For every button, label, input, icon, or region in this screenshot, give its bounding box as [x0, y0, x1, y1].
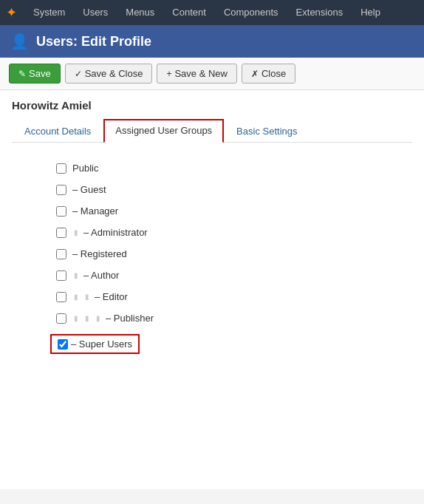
editor-checkbox[interactable] [56, 292, 66, 302]
indent-dots: ▮ [74, 293, 79, 301]
user-name: Horowitz Amiel [12, 99, 412, 112]
nav-menu: System Users Menus Content Components Ex… [24, 0, 389, 25]
list-item: Public [56, 157, 412, 179]
nav-components[interactable]: Components [215, 0, 287, 25]
list-item: – Super Users [56, 329, 412, 359]
tab-basic-settings[interactable]: Basic Settings [224, 119, 310, 143]
list-item: ▮ ▮ – Editor [56, 286, 412, 307]
plus-icon: + [166, 69, 171, 79]
list-item: ▮ ▮ ▮ – Publisher [56, 307, 412, 329]
tab-assigned-user-groups[interactable]: Assigned User Groups [103, 119, 224, 143]
group-name-publisher: – Publisher [106, 313, 154, 324]
top-navigation: ✦ System Users Menus Content Components … [0, 0, 424, 25]
manager-checkbox[interactable] [56, 206, 66, 217]
save-new-button[interactable]: + Save & New [157, 64, 237, 84]
group-name-manager: – Manager [72, 205, 118, 217]
list-item: – Guest [56, 179, 412, 200]
list-item: – Registered [56, 243, 412, 265]
group-name-super-users: – Super Users [71, 338, 132, 350]
indent-dots-3: ▮ [96, 314, 101, 322]
indent-dots: ▮ [74, 271, 79, 279]
author-checkbox[interactable] [56, 270, 66, 281]
tab-bar: Account Details Assigned User Groups Bas… [12, 119, 412, 143]
list-item: ▮ – Author [56, 265, 412, 286]
save-icon: ✎ [18, 69, 26, 79]
close-icon: ✗ [251, 69, 259, 79]
guest-checkbox[interactable] [56, 185, 66, 195]
group-name-registered: – Registered [72, 248, 127, 259]
super-users-checkbox[interactable] [58, 339, 68, 350]
nav-users[interactable]: Users [74, 0, 117, 25]
nav-menus[interactable]: Menus [117, 0, 163, 25]
indent-dots-2: ▮ [85, 314, 90, 322]
registered-checkbox[interactable] [56, 249, 66, 259]
group-name-author: – Author [83, 270, 119, 281]
nav-content[interactable]: Content [163, 0, 215, 25]
checkmark-icon: ✓ [75, 69, 82, 79]
indent-dots: ▮ [74, 228, 79, 236]
super-users-highlight: – Super Users [50, 334, 140, 354]
save-new-label: Save & New [174, 68, 228, 79]
close-button[interactable]: ✗ Close [242, 64, 295, 84]
page-title: Users: Edit Profile [36, 34, 151, 50]
joomla-logo-icon: ✦ [6, 4, 17, 21]
group-name-administrator: – Administrator [83, 227, 148, 238]
tab-account-details[interactable]: Account Details [12, 119, 103, 143]
save-close-button[interactable]: ✓ Save & Close [65, 64, 153, 84]
group-name-editor: – Editor [95, 291, 128, 302]
save-button[interactable]: ✎ Save [9, 64, 61, 84]
group-name-guest: – Guest [72, 184, 106, 195]
user-icon: 👤 [10, 33, 29, 50]
indent-dots-2: ▮ [85, 293, 90, 301]
toolbar: ✎ Save ✓ Save & Close + Save & New ✗ Clo… [0, 58, 424, 90]
user-groups-list: Public – Guest – Manager ▮ – Administrat… [12, 154, 412, 362]
nav-system[interactable]: System [24, 0, 74, 25]
nav-extensions[interactable]: Extensions [287, 0, 352, 25]
content-area: Horowitz Amiel Account Details Assigned … [0, 90, 424, 489]
publisher-checkbox[interactable] [56, 313, 66, 324]
public-checkbox[interactable] [56, 163, 66, 174]
list-item: – Manager [56, 200, 412, 222]
group-name-public: Public [72, 163, 98, 174]
indent-dots: ▮ [74, 314, 79, 322]
close-label: Close [261, 68, 286, 79]
nav-help[interactable]: Help [352, 0, 389, 25]
administrator-checkbox[interactable] [56, 228, 66, 238]
save-label: Save [29, 68, 51, 79]
save-close-label: Save & Close [85, 68, 143, 79]
page-header: 👤 Users: Edit Profile [0, 25, 424, 58]
list-item: ▮ – Administrator [56, 222, 412, 243]
